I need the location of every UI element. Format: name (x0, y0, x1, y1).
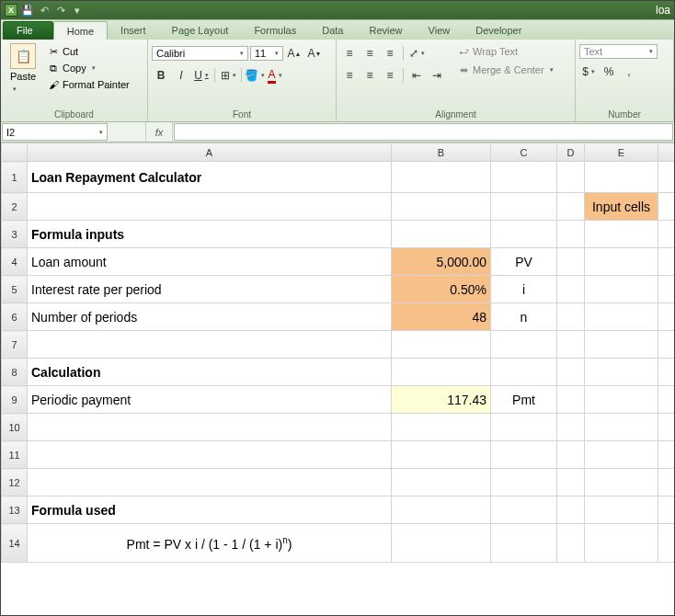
row-header-12[interactable]: 12 (2, 469, 28, 496)
cell-B3[interactable] (392, 221, 491, 248)
cell-A6[interactable]: Number of periods (28, 303, 392, 331)
cell-B7[interactable] (392, 331, 491, 359)
increase-indent-button[interactable]: ⇥ (428, 66, 446, 85)
col-header-C[interactable]: C (491, 143, 557, 162)
cell-E10[interactable] (585, 414, 658, 441)
cell-C12[interactable] (491, 469, 557, 496)
cell-D3[interactable] (557, 221, 585, 248)
cell-A2[interactable] (28, 193, 392, 221)
grow-font-button[interactable]: A▲ (285, 44, 303, 63)
spreadsheet-grid[interactable]: A B C D E 1Loan Repayment Calculator 2In… (1, 143, 674, 616)
row-header-9[interactable]: 9 (2, 386, 28, 414)
cell-D14[interactable] (557, 524, 585, 563)
cell-A12[interactable] (28, 469, 392, 496)
italic-button[interactable]: I (172, 66, 190, 85)
select-all-corner[interactable] (2, 143, 28, 162)
row-header-7[interactable]: 7 (2, 331, 28, 359)
cell-A8[interactable]: Calculation (28, 359, 392, 386)
cell-A10[interactable] (28, 414, 392, 441)
cell-E3[interactable] (585, 221, 658, 248)
percent-button[interactable]: % (600, 63, 618, 81)
row-header-1[interactable]: 1 (2, 162, 28, 193)
cell-C7[interactable] (491, 331, 557, 359)
cell-A9[interactable]: Periodic payment (28, 386, 392, 414)
cell-D6[interactable] (557, 303, 585, 331)
name-box[interactable]: I2▾ (2, 123, 108, 141)
row-header-10[interactable]: 10 (2, 414, 28, 441)
cell-C5[interactable]: i (491, 276, 557, 303)
font-size-select[interactable]: 11▾ (250, 46, 283, 61)
cell-B5[interactable]: 0.50% (392, 276, 491, 303)
cell-E2[interactable]: Input cells (585, 193, 658, 221)
cell-C4[interactable]: PV (491, 248, 557, 276)
font-color-button[interactable]: A▾ (266, 66, 284, 85)
copy-button[interactable]: ⧉Copy ▾ (45, 61, 132, 75)
cell-C9[interactable]: Pmt (491, 386, 557, 414)
tab-page-layout[interactable]: Page Layout (159, 21, 242, 40)
row-header-5[interactable]: 5 (2, 276, 28, 303)
cell-C11[interactable] (491, 441, 557, 469)
cell-E11[interactable] (585, 441, 658, 469)
qat-redo-icon[interactable]: ↷ (52, 3, 69, 17)
cell-A13[interactable]: Formula used (28, 496, 392, 524)
comma-button[interactable]: , (620, 63, 638, 81)
cell-D7[interactable] (557, 331, 585, 359)
cell-C10[interactable] (491, 414, 557, 441)
decrease-indent-button[interactable]: ⇤ (407, 66, 426, 85)
col-header-blank[interactable] (658, 143, 675, 162)
cell-B12[interactable] (392, 469, 491, 496)
row-header-13[interactable]: 13 (2, 496, 28, 524)
shrink-font-button[interactable]: A▼ (305, 44, 324, 63)
cell-B2[interactable] (392, 193, 491, 221)
align-left-button[interactable]: ≡ (340, 66, 359, 85)
cell-D10[interactable] (557, 414, 585, 441)
cell-B13[interactable] (392, 496, 491, 524)
cell-C13[interactable] (491, 496, 557, 524)
cell-A5[interactable]: Interest rate per period (28, 276, 392, 303)
row-header-6[interactable]: 6 (2, 303, 28, 331)
col-header-B[interactable]: B (392, 143, 491, 162)
orientation-button[interactable]: ⤢▾ (407, 44, 426, 63)
bold-button[interactable]: B (152, 66, 170, 85)
cell-E8[interactable] (585, 359, 658, 386)
tab-view[interactable]: View (416, 21, 463, 40)
cell-B4[interactable]: 5,000.00 (392, 248, 491, 276)
fill-color-button[interactable]: 🪣▾ (246, 66, 264, 85)
cell-A11[interactable] (28, 441, 392, 469)
align-bottom-button[interactable]: ≡ (381, 44, 399, 63)
cell-E5[interactable] (585, 276, 658, 303)
cell-C1[interactable] (491, 162, 557, 193)
col-header-A[interactable]: A (28, 143, 392, 162)
cell-D2[interactable] (557, 193, 585, 221)
number-format-select[interactable]: Text▾ (579, 44, 658, 59)
tab-data[interactable]: Data (309, 21, 356, 40)
col-header-E[interactable]: E (585, 143, 658, 162)
cell-E12[interactable] (585, 469, 658, 496)
qat-customize-icon[interactable]: ▾ (69, 3, 86, 17)
align-right-button[interactable]: ≡ (381, 66, 399, 85)
row-header-8[interactable]: 8 (2, 359, 28, 386)
cell-D9[interactable] (557, 386, 585, 414)
file-tab[interactable]: File ▾ (3, 21, 53, 40)
col-header-D[interactable]: D (557, 143, 585, 162)
align-top-button[interactable]: ≡ (340, 44, 359, 63)
cell-C2[interactable] (491, 193, 557, 221)
cell-C14[interactable] (491, 524, 557, 563)
qat-undo-icon[interactable]: ↶ (36, 3, 52, 17)
cell-B14[interactable] (392, 524, 491, 563)
align-middle-button[interactable]: ≡ (360, 44, 379, 63)
cell-E14[interactable] (585, 524, 658, 563)
underline-button[interactable]: U▾ (192, 66, 211, 85)
row-header-3[interactable]: 3 (2, 221, 28, 248)
cell-E7[interactable] (585, 331, 658, 359)
formula-input[interactable] (174, 123, 673, 141)
cell-B1[interactable] (392, 162, 491, 193)
qat-save-icon[interactable]: 💾 (19, 3, 36, 17)
cell-E1[interactable] (585, 162, 658, 193)
cell-A7[interactable] (28, 331, 392, 359)
border-button[interactable]: ⊞▾ (219, 66, 237, 85)
row-header-2[interactable]: 2 (2, 193, 28, 221)
font-name-select[interactable]: Calibri▾ (152, 46, 248, 61)
cell-C8[interactable] (491, 359, 557, 386)
cell-C3[interactable] (491, 221, 557, 248)
